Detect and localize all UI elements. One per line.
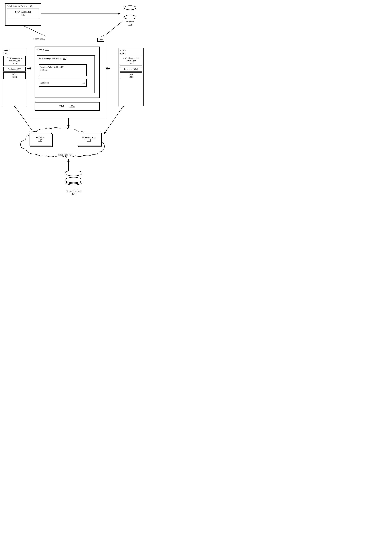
agent-102b-label: SAN Management Server Agent xyxy=(5,57,25,62)
host-102c-box: HOST 102C SAN Management Server Agent 16… xyxy=(118,48,144,106)
memory-number: 111 xyxy=(45,48,49,51)
host-102b-title: HOST 102B xyxy=(3,49,26,55)
host-102a-label-text: HOST xyxy=(33,38,39,40)
host-102c-number: 102C xyxy=(120,52,125,55)
hba-102b-number: 120B xyxy=(12,76,17,78)
svg-point-11 xyxy=(124,15,136,19)
agent-102c-box: SAN Management Server Agent 161C xyxy=(120,56,142,66)
logical-rel-sub: Manager xyxy=(40,68,48,71)
san-mgmt-server-label: SAN Management Server xyxy=(39,57,62,60)
host-102b-box: HOST 102B SAN Management Server Agent 16… xyxy=(2,48,27,106)
logical-rel-box: Logical Relationships 121 Manager xyxy=(39,64,87,76)
arrow-171-label: 171 xyxy=(101,35,105,38)
explorers-inner-box: Explorers 160 xyxy=(39,79,87,87)
hba-102b-box: HBA 120B xyxy=(3,72,26,79)
host-102b-label: HOST xyxy=(3,49,10,52)
san-manager-number: 142 xyxy=(9,13,37,16)
storage-devices-label: Storage Devices xyxy=(63,190,84,193)
host-102c-label-text: HOST xyxy=(120,49,126,52)
hba-102a-label: HBA xyxy=(59,105,65,108)
agent-102b-box: SAN Management Server Agent 161B xyxy=(3,56,26,66)
storage-devices: Storage Devices 104 xyxy=(63,171,84,195)
host-102a-number: 102A xyxy=(40,38,45,40)
explorers-102c-label: Explorers xyxy=(124,68,132,70)
switches-box: Switches 108 xyxy=(29,133,51,145)
svg-line-2 xyxy=(103,20,123,37)
agent-102b-number: 161B xyxy=(5,62,25,65)
san-manager-box: SAN Manager 142 xyxy=(7,9,39,18)
other-devices-box: Other Devices 114 xyxy=(77,133,101,145)
san-manager-label: SAN Manager xyxy=(9,10,37,13)
switches-number: 108 xyxy=(39,139,42,142)
storage-svg xyxy=(63,171,84,188)
svg-line-0 xyxy=(23,26,48,37)
switches-stack: Switches 108 xyxy=(29,133,51,145)
hba-102b-label: HBA xyxy=(12,73,17,76)
other-devices-stack: Other Devices 114 xyxy=(77,133,101,145)
host-102a-box: HOST 102A CPU Memory 111 SAN Management … xyxy=(31,36,106,118)
other-devices-number: 114 xyxy=(87,139,91,142)
hba-102a-number: 120A xyxy=(70,105,75,108)
explorers-label: Explorers xyxy=(40,81,49,84)
memory-box: Memory 111 SAN Management Server 150 Log… xyxy=(35,46,100,98)
explorers-102b-box: Explorers 162B xyxy=(3,67,26,72)
svg-point-21 xyxy=(65,177,82,183)
explorers-102b-number: 162B xyxy=(17,68,21,70)
memory-title: Memory 111 xyxy=(37,48,98,51)
storage-devices-number: 104 xyxy=(63,193,84,195)
host-102c-title: HOST 102C xyxy=(120,49,142,55)
svg-point-12 xyxy=(124,6,136,10)
san-mgmt-server-number: 150 xyxy=(63,57,66,60)
database-label: Database xyxy=(123,20,137,23)
cpu-box: CPU xyxy=(98,38,104,42)
explorers-number: 160 xyxy=(82,81,85,84)
host-102a-title: HOST 102A xyxy=(33,38,104,40)
switches-label: Switches xyxy=(36,136,45,139)
san-mgmt-server-title: SAN Management Server 150 xyxy=(39,57,93,60)
explorers-102c-box: Explorers 162C xyxy=(120,67,142,72)
san-fabric-label-text: SAN Fabric(s) xyxy=(58,154,72,156)
logical-rel-number: 121 xyxy=(61,66,64,68)
database-cylinder: Database 126 xyxy=(123,5,137,20)
hba-102c-label: HBA xyxy=(129,73,133,76)
agent-102c-label: SAN Management Server Agent xyxy=(121,57,141,62)
admin-title-text: Administration System xyxy=(7,5,27,7)
san-fabric-label: SAN Fabric(s) 110 xyxy=(58,154,72,159)
memory-label: Memory xyxy=(37,48,44,51)
hba-102c-box: HBA 120C xyxy=(120,72,142,79)
explorers-102b-label: Explorers xyxy=(8,68,16,70)
logical-rel-label: Logical Relationships xyxy=(40,66,60,68)
hba-102a-box: HBA 120A xyxy=(35,102,100,111)
agent-102c-number: 161C xyxy=(121,62,141,65)
svg-point-22 xyxy=(65,171,82,176)
host-102b-number: 102B xyxy=(3,52,8,55)
san-fabric-cloud: Switches 108 Other Devices 114 SAN Fabri… xyxy=(17,127,113,161)
diagram: Administration System 106 SAN Manager 14… xyxy=(0,0,147,205)
database-number: 126 xyxy=(123,23,137,26)
admin-number: 106 xyxy=(29,5,32,7)
other-devices-label: Other Devices xyxy=(82,136,96,139)
hba-102c-number: 120C xyxy=(129,76,133,78)
explorers-102c-number: 162C xyxy=(133,68,138,70)
admin-system-title: Administration System 106 xyxy=(7,5,39,7)
san-mgmt-server-box: SAN Management Server 150 Logical Relati… xyxy=(37,55,95,93)
san-fabric-number: 110 xyxy=(58,156,72,159)
admin-system-box: Administration System 106 SAN Manager 14… xyxy=(5,3,41,26)
